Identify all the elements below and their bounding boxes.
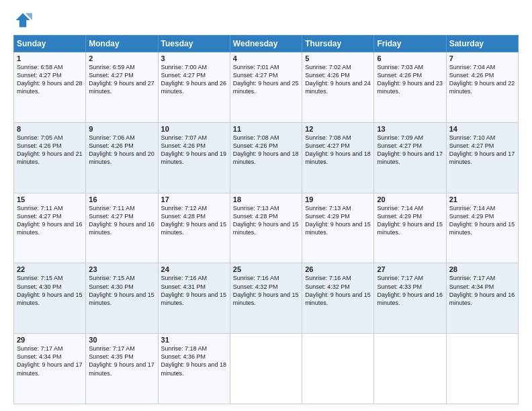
cell-2-1: 16 Sunrise: 7:11 AM Sunset: 4:27 PM Dayl… <box>86 193 158 263</box>
header-monday: Monday <box>86 36 158 52</box>
day-number: 14 <box>449 125 515 133</box>
cell-4-0: 29 Sunrise: 7:17 AM Sunset: 4:34 PM Dayl… <box>14 334 86 404</box>
day-number: 4 <box>233 54 299 62</box>
calendar-table: SundayMondayTuesdayWednesdayThursdayFrid… <box>13 35 519 404</box>
header-friday: Friday <box>374 36 446 52</box>
cell-content: Sunrise: 7:16 AM Sunset: 4:32 PM Dayligh… <box>305 274 371 307</box>
cell-1-4: 12 Sunrise: 7:08 AM Sunset: 4:27 PM Dayl… <box>302 122 374 193</box>
cell-0-1: 2 Sunrise: 6:59 AM Sunset: 4:27 PM Dayli… <box>86 52 158 123</box>
cell-0-3: 4 Sunrise: 7:01 AM Sunset: 4:27 PM Dayli… <box>230 52 302 123</box>
cell-0-6: 7 Sunrise: 7:04 AM Sunset: 4:26 PM Dayli… <box>446 52 518 123</box>
cell-1-5: 13 Sunrise: 7:09 AM Sunset: 4:27 PM Dayl… <box>374 122 446 193</box>
cell-content: Sunrise: 7:06 AM Sunset: 4:26 PM Dayligh… <box>89 134 154 167</box>
day-number: 2 <box>89 54 154 62</box>
calendar-header: SundayMondayTuesdayWednesdayThursdayFrid… <box>14 36 519 52</box>
day-number: 29 <box>17 336 83 344</box>
cell-content: Sunrise: 7:17 AM Sunset: 4:33 PM Dayligh… <box>377 274 443 307</box>
day-number: 28 <box>449 265 515 273</box>
cell-content: Sunrise: 7:01 AM Sunset: 4:27 PM Dayligh… <box>233 63 299 96</box>
day-number: 9 <box>89 125 154 133</box>
day-number: 17 <box>161 195 227 203</box>
day-number: 1 <box>17 54 83 62</box>
cell-2-2: 17 Sunrise: 7:12 AM Sunset: 4:28 PM Dayl… <box>158 193 230 263</box>
cell-4-3 <box>230 334 302 404</box>
cell-content: Sunrise: 7:07 AM Sunset: 4:26 PM Dayligh… <box>161 134 227 167</box>
cell-3-4: 26 Sunrise: 7:16 AM Sunset: 4:32 PM Dayl… <box>302 263 374 334</box>
cell-2-5: 20 Sunrise: 7:14 AM Sunset: 4:29 PM Dayl… <box>374 193 446 263</box>
cell-content: Sunrise: 7:16 AM Sunset: 4:32 PM Dayligh… <box>233 274 299 307</box>
day-number: 16 <box>89 195 154 203</box>
day-number: 5 <box>305 54 371 62</box>
cell-content: Sunrise: 7:08 AM Sunset: 4:27 PM Dayligh… <box>305 134 371 167</box>
header-tuesday: Tuesday <box>158 36 230 52</box>
cell-content: Sunrise: 7:14 AM Sunset: 4:29 PM Dayligh… <box>449 204 515 237</box>
cell-content: Sunrise: 6:58 AM Sunset: 4:27 PM Dayligh… <box>17 63 83 96</box>
week-row-3: 15 Sunrise: 7:11 AM Sunset: 4:27 PM Dayl… <box>14 193 519 263</box>
cell-content: Sunrise: 7:08 AM Sunset: 4:26 PM Dayligh… <box>233 134 299 167</box>
day-number: 24 <box>161 265 227 273</box>
cell-content: Sunrise: 7:17 AM Sunset: 4:35 PM Dayligh… <box>89 345 154 377</box>
day-number: 20 <box>377 195 443 203</box>
day-number: 8 <box>17 125 83 133</box>
cell-4-1: 30 Sunrise: 7:17 AM Sunset: 4:35 PM Dayl… <box>86 334 158 404</box>
cell-content: Sunrise: 7:02 AM Sunset: 4:26 PM Dayligh… <box>305 63 371 96</box>
cell-2-0: 15 Sunrise: 7:11 AM Sunset: 4:27 PM Dayl… <box>14 193 86 263</box>
cell-2-3: 18 Sunrise: 7:13 AM Sunset: 4:28 PM Dayl… <box>230 193 302 263</box>
cell-1-0: 8 Sunrise: 7:05 AM Sunset: 4:26 PM Dayli… <box>14 122 86 193</box>
day-number: 18 <box>233 195 299 203</box>
day-number: 31 <box>161 336 227 344</box>
cell-content: Sunrise: 7:16 AM Sunset: 4:31 PM Dayligh… <box>161 274 227 307</box>
day-number: 21 <box>449 195 515 203</box>
header-saturday: Saturday <box>446 36 518 52</box>
day-number: 10 <box>161 125 227 133</box>
cell-content: Sunrise: 7:11 AM Sunset: 4:27 PM Dayligh… <box>17 204 83 237</box>
cell-3-1: 23 Sunrise: 7:15 AM Sunset: 4:30 PM Dayl… <box>86 263 158 334</box>
cell-content: Sunrise: 7:13 AM Sunset: 4:29 PM Dayligh… <box>305 204 371 237</box>
day-number: 27 <box>377 265 443 273</box>
cell-1-1: 9 Sunrise: 7:06 AM Sunset: 4:26 PM Dayli… <box>86 122 158 193</box>
day-number: 22 <box>17 265 83 273</box>
logo <box>13 11 35 30</box>
day-number: 3 <box>161 54 227 62</box>
day-number: 19 <box>305 195 371 203</box>
cell-3-2: 24 Sunrise: 7:16 AM Sunset: 4:31 PM Dayl… <box>158 263 230 334</box>
cell-content: Sunrise: 7:09 AM Sunset: 4:27 PM Dayligh… <box>377 134 443 167</box>
day-number: 23 <box>89 265 154 273</box>
header-wednesday: Wednesday <box>230 36 302 52</box>
cell-content: Sunrise: 6:59 AM Sunset: 4:27 PM Dayligh… <box>89 63 154 96</box>
cell-content: Sunrise: 7:04 AM Sunset: 4:26 PM Dayligh… <box>449 63 515 96</box>
day-number: 25 <box>233 265 299 273</box>
cell-content: Sunrise: 7:14 AM Sunset: 4:29 PM Dayligh… <box>377 204 443 237</box>
cell-1-6: 14 Sunrise: 7:10 AM Sunset: 4:27 PM Dayl… <box>446 122 518 193</box>
cell-content: Sunrise: 7:13 AM Sunset: 4:28 PM Dayligh… <box>233 204 299 237</box>
day-number: 11 <box>233 125 299 133</box>
cell-3-3: 25 Sunrise: 7:16 AM Sunset: 4:32 PM Dayl… <box>230 263 302 334</box>
calendar-body: 1 Sunrise: 6:58 AM Sunset: 4:27 PM Dayli… <box>14 52 519 404</box>
cell-1-3: 11 Sunrise: 7:08 AM Sunset: 4:26 PM Dayl… <box>230 122 302 193</box>
cell-4-6 <box>446 334 518 404</box>
day-number: 6 <box>377 54 443 62</box>
day-number: 12 <box>305 125 371 133</box>
calendar-page: SundayMondayTuesdayWednesdayThursdayFrid… <box>0 0 532 411</box>
cell-4-5 <box>374 334 446 404</box>
cell-0-2: 3 Sunrise: 7:00 AM Sunset: 4:27 PM Dayli… <box>158 52 230 123</box>
cell-content: Sunrise: 7:18 AM Sunset: 4:36 PM Dayligh… <box>161 345 227 377</box>
week-row-2: 8 Sunrise: 7:05 AM Sunset: 4:26 PM Dayli… <box>14 122 519 193</box>
cell-content: Sunrise: 7:05 AM Sunset: 4:26 PM Dayligh… <box>17 134 83 167</box>
week-row-5: 29 Sunrise: 7:17 AM Sunset: 4:34 PM Dayl… <box>14 334 519 404</box>
day-number: 7 <box>449 54 515 62</box>
cell-1-2: 10 Sunrise: 7:07 AM Sunset: 4:26 PM Dayl… <box>158 122 230 193</box>
cell-content: Sunrise: 7:03 AM Sunset: 4:26 PM Dayligh… <box>377 63 443 96</box>
week-row-4: 22 Sunrise: 7:15 AM Sunset: 4:30 PM Dayl… <box>14 263 519 334</box>
cell-content: Sunrise: 7:15 AM Sunset: 4:30 PM Dayligh… <box>17 274 83 307</box>
header-sunday: Sunday <box>14 36 86 52</box>
day-number: 26 <box>305 265 371 273</box>
cell-content: Sunrise: 7:17 AM Sunset: 4:34 PM Dayligh… <box>17 345 83 377</box>
cell-content: Sunrise: 7:00 AM Sunset: 4:27 PM Dayligh… <box>161 63 227 96</box>
day-number: 15 <box>17 195 83 203</box>
cell-content: Sunrise: 7:11 AM Sunset: 4:27 PM Dayligh… <box>89 204 154 237</box>
cell-0-4: 5 Sunrise: 7:02 AM Sunset: 4:26 PM Dayli… <box>302 52 374 123</box>
cell-3-6: 28 Sunrise: 7:17 AM Sunset: 4:34 PM Dayl… <box>446 263 518 334</box>
header-thursday: Thursday <box>302 36 374 52</box>
header <box>13 11 519 30</box>
